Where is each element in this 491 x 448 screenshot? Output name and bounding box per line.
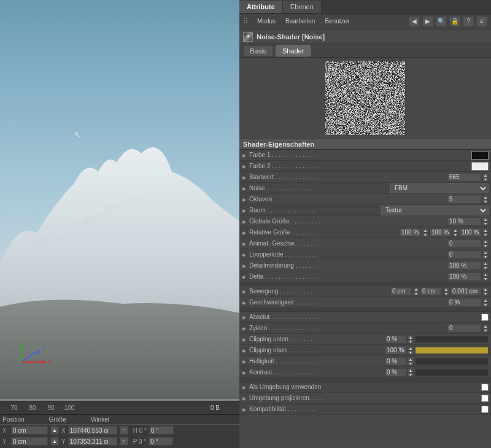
clip-oben-up[interactable]: ▲ <box>408 346 414 350</box>
loop-dn[interactable]: ▼ <box>482 255 489 259</box>
bearbeiten-btn[interactable]: Bearbeiten <box>283 17 317 26</box>
animat-input[interactable] <box>447 239 481 248</box>
clip-oben-dn[interactable]: ▼ <box>408 350 414 355</box>
prop-value-clip-unten[interactable]: ▲ ▼ <box>385 335 489 344</box>
prop-value-startwert[interactable]: ▲ ▼ <box>447 173 489 182</box>
bew-y-dn[interactable]: ▼ <box>443 292 449 296</box>
farbe2-swatch[interactable] <box>471 162 489 171</box>
x-size-spin[interactable]: ÷ <box>120 426 128 434</box>
prop-value-farbe1[interactable] <box>471 151 489 160</box>
hell-dn[interactable]: ▼ <box>408 361 414 366</box>
detail-spinners[interactable]: ▲ ▼ <box>482 261 489 270</box>
bew-y-up[interactable]: ▲ <box>443 287 449 292</box>
h-angle-input[interactable] <box>149 426 174 434</box>
clip-unten-input[interactable] <box>385 335 406 344</box>
globale-grosse-spinners[interactable]: ▲ ▼ <box>482 217 489 226</box>
prop-value-clip-oben[interactable]: ▲ ▼ <box>385 346 489 355</box>
bew-y[interactable] <box>420 287 442 296</box>
toolbar-arrow-left-icon[interactable]: ◀ <box>409 16 420 27</box>
animat-up[interactable]: ▲ <box>482 239 489 244</box>
clip-unten-bar[interactable] <box>415 336 489 343</box>
prop-value-umgebung-proj[interactable] <box>481 395 489 402</box>
zyklen-dn[interactable]: ▼ <box>482 328 489 333</box>
oktaven-spin-down[interactable]: ▼ <box>482 199 489 204</box>
x-pos-spin-up[interactable]: ▲ <box>50 426 59 434</box>
prop-value-kompatibilitat[interactable] <box>481 406 489 413</box>
animat-spinners[interactable]: ▲ ▼ <box>482 239 489 248</box>
als-umgebung-checkbox[interactable] <box>481 384 489 391</box>
startwert-spin-down[interactable]: ▼ <box>482 177 489 182</box>
rel-gy-dn[interactable]: ▼ <box>452 233 458 237</box>
benutzer-btn[interactable]: Benutzer <box>322 17 352 26</box>
rel-grosse-x[interactable] <box>400 228 421 237</box>
clip-oben-bar[interactable] <box>415 347 489 354</box>
animat-dn[interactable]: ▼ <box>482 244 489 248</box>
y-pos-input[interactable] <box>11 437 48 446</box>
gesch-dn[interactable]: ▼ <box>482 303 489 307</box>
kontrast-up[interactable]: ▲ <box>408 368 414 373</box>
globale-grosse-spin-up[interactable]: ▲ <box>482 217 489 222</box>
main-toolbar[interactable]: ⠿ Modus Bearbeiten Benutzer ◀ ▶ 🔍 🔒 ? ≡ <box>239 14 491 29</box>
loop-input[interactable] <box>447 250 481 259</box>
prop-value-oktaven[interactable]: ▲ ▼ <box>447 195 489 204</box>
sub-tab-shader[interactable]: Shader <box>276 45 311 56</box>
detail-up[interactable]: ▲ <box>482 261 489 266</box>
umgebung-proj-checkbox[interactable] <box>481 395 489 402</box>
delta-dn[interactable]: ▼ <box>482 277 489 281</box>
rel-grosse-x-spin[interactable]: ▲ ▼ <box>422 228 428 237</box>
noise-dropdown[interactable]: FBM <box>390 183 489 193</box>
timeline-bar[interactable]: 70 80 90 100 0 B <box>0 401 239 414</box>
clip-oben-input[interactable] <box>385 346 406 355</box>
bew-z-up[interactable]: ▲ <box>482 287 489 292</box>
oktaven-spinners[interactable]: ▲ ▼ <box>482 195 489 204</box>
detail-dn[interactable]: ▼ <box>482 266 489 270</box>
absolut-checkbox[interactable] <box>481 314 489 321</box>
prop-value-noise[interactable]: FBM <box>390 183 489 193</box>
bew-x[interactable] <box>390 287 412 296</box>
x-size-input[interactable] <box>68 426 117 434</box>
farbe1-swatch[interactable] <box>471 151 489 160</box>
prop-value-loop[interactable]: ▲ ▼ <box>447 250 489 259</box>
oktaven-input[interactable] <box>447 195 481 204</box>
rel-gz-up[interactable]: ▲ <box>482 228 489 233</box>
globale-grosse-input[interactable] <box>447 217 481 226</box>
gesch-input[interactable] <box>447 298 481 307</box>
toolbar-search-icon[interactable]: 🔍 <box>436 16 447 27</box>
toolbar-arrow-right-icon[interactable]: ▶ <box>422 16 433 27</box>
rel-grosse-z-spin[interactable]: ▲ ▼ <box>482 228 489 237</box>
rel-grosse-y[interactable] <box>430 228 451 237</box>
gesch-up[interactable]: ▲ <box>482 298 489 303</box>
prop-value-hell[interactable]: ▲ ▼ <box>385 357 489 366</box>
kontrast-spinners[interactable]: ▲ ▼ <box>408 368 414 377</box>
modus-btn[interactable]: Modus <box>255 17 278 26</box>
rel-gy-up[interactable]: ▲ <box>452 228 458 233</box>
rel-gz-dn[interactable]: ▼ <box>482 233 489 237</box>
prop-value-absolut[interactable] <box>481 314 489 321</box>
properties-area[interactable]: ◆ Farbe 1 . . . . . . . . . . . . . . ◆ … <box>239 150 491 448</box>
zyklen-input[interactable] <box>447 324 481 333</box>
prop-value-bewegung[interactable]: ▲▼ ▲▼ ▲▼ <box>390 287 489 296</box>
bew-x-up[interactable]: ▲ <box>413 287 419 292</box>
toolbar-question-icon[interactable]: ? <box>463 16 474 27</box>
bewegung-multi[interactable]: ▲▼ ▲▼ ▲▼ <box>390 287 489 296</box>
sub-tabs[interactable]: Basis Shader <box>239 44 491 58</box>
rel-gx-up[interactable]: ▲ <box>422 228 428 233</box>
zyklen-up[interactable]: ▲ <box>482 324 489 328</box>
prop-value-raum[interactable]: Textur <box>381 206 489 215</box>
main-tabs[interactable]: Attribute Ebenen <box>239 0 491 14</box>
hell-bar[interactable] <box>415 358 489 365</box>
rel-grosse-z[interactable] <box>460 228 481 237</box>
prop-value-als-umgebung[interactable] <box>481 384 489 391</box>
globale-grosse-spin-down[interactable]: ▼ <box>482 222 489 226</box>
raum-dropdown[interactable]: Textur <box>381 206 489 215</box>
prop-value-farbe2[interactable] <box>471 162 489 171</box>
y-pos-spin[interactable]: ▲ <box>50 437 59 446</box>
loop-up[interactable]: ▲ <box>482 250 489 255</box>
startwert-input[interactable] <box>447 173 481 182</box>
hell-spinners[interactable]: ▲ ▼ <box>408 357 414 366</box>
prop-value-globale-grosse[interactable]: ▲ ▼ <box>447 217 489 226</box>
delta-input[interactable] <box>447 272 481 281</box>
x-pos-input[interactable] <box>11 426 48 434</box>
rel-grosse-y-spin[interactable]: ▲ ▼ <box>452 228 458 237</box>
kontrast-input[interactable] <box>385 368 406 377</box>
